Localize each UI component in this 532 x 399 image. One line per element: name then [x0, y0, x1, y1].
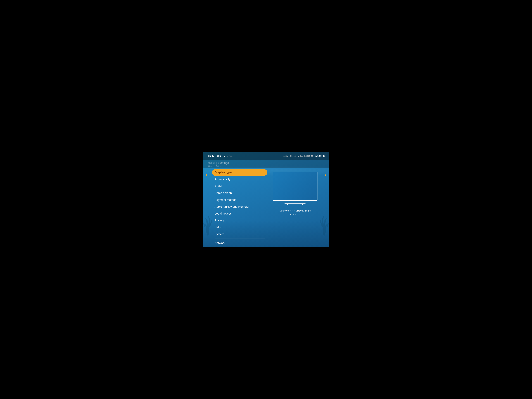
detection-line2: HDCP 2.2	[279, 213, 310, 216]
tv-base-bar	[285, 203, 306, 204]
tv-screen-display	[272, 172, 317, 201]
menu-item-legal-notices[interactable]: Legal notices	[212, 210, 267, 217]
page-header: Roku | Settings 5:09 pm Options ✕	[203, 160, 329, 168]
menu-item-system[interactable]: System	[212, 231, 267, 238]
page-title: Settings	[218, 161, 229, 165]
menu-item-airplay-label: Apple AirPlay and HomeKit	[215, 205, 249, 208]
tv-foot-right	[302, 204, 303, 205]
menu-item-system-label: System	[215, 233, 224, 236]
menu-item-home-screen-label: Home screen	[215, 191, 232, 195]
menu-item-accessibility[interactable]: Accessibility	[212, 176, 267, 183]
tv-illustration	[272, 172, 317, 205]
main-content: ‹ Display type Accessibility Audio Home …	[203, 166, 329, 247]
top-bar: Family Room TV ▬ Roku 2160p Normal ▲ Fro…	[203, 152, 329, 160]
header-time: 5:09 pm	[207, 165, 213, 167]
menu-item-help-label: Help	[215, 226, 221, 229]
nav-arrow-left[interactable]: ‹	[203, 169, 211, 177]
left-arrow-icon[interactable]: ‹	[206, 172, 208, 177]
menu-item-legal-notices-label: Legal notices	[215, 212, 232, 215]
top-bar-left: Family Room TV ▬ Roku	[207, 155, 233, 157]
menu-item-display-type-label: Display type	[215, 171, 232, 174]
menu-item-payment-method[interactable]: Payment method	[212, 196, 267, 203]
title-divider: |	[216, 161, 217, 165]
detection-line1: Detected: 4K HDR10 at 60fps	[279, 209, 310, 213]
menu-item-home-screen[interactable]: Home screen	[212, 190, 267, 196]
menu-item-accessibility-label: Accessibility	[215, 177, 230, 181]
time-display: 5:09 PM	[315, 154, 325, 158]
tv-screen: Family Room TV ▬ Roku 2160p Normal ▲ Fro…	[203, 152, 329, 247]
menu-item-privacy-label: Privacy	[215, 219, 224, 222]
tv-stand	[272, 201, 317, 203]
tv-foot-left	[287, 204, 288, 205]
menu-item-network-label: Network	[215, 241, 225, 245]
roku-badge: ▬ Roku	[227, 155, 233, 157]
menu-item-network[interactable]: Network	[212, 240, 267, 246]
roku-label: Roku	[229, 155, 233, 157]
menu-item-help[interactable]: Help	[212, 224, 267, 231]
menu-item-airplay[interactable]: Apple AirPlay and HomeKit	[212, 203, 267, 210]
top-bar-right: 2160p Normal ▲ Frontier6016_5G 5:09 PM	[283, 154, 325, 158]
nav-arrow-right[interactable]: ›	[321, 169, 329, 178]
menu-item-audio[interactable]: Audio	[212, 183, 267, 190]
menu-item-privacy[interactable]: Privacy	[212, 217, 267, 224]
header-options: Options ✕	[215, 165, 223, 167]
right-arrow-icon[interactable]: ›	[324, 172, 326, 178]
tv-stand-neck	[295, 201, 295, 203]
detection-info: Detected: 4K HDR10 at 60fps HDCP 2.2	[279, 209, 310, 216]
menu-list: Display type Accessibility Audio Home sc…	[211, 169, 269, 247]
resolution-badge: 2160p	[283, 155, 288, 157]
menu-item-display-type[interactable]: Display type	[212, 169, 267, 176]
wifi-network: Frontier6016_5G	[300, 155, 313, 157]
menu-item-audio-label: Audio	[215, 184, 222, 188]
wifi-icon: ▲	[298, 155, 300, 157]
right-panel: Detected: 4K HDR10 at 60fps HDCP 2.2	[269, 169, 321, 218]
menu-item-payment-method-label: Payment method	[215, 198, 236, 202]
roku-device-icon: ▬	[227, 155, 228, 157]
device-name: Family Room TV	[207, 155, 225, 157]
roku-logo-text: Roku	[207, 161, 215, 165]
quality-badge: Normal	[290, 155, 296, 157]
wifi-info: ▲ Frontier6016_5G	[298, 155, 313, 157]
